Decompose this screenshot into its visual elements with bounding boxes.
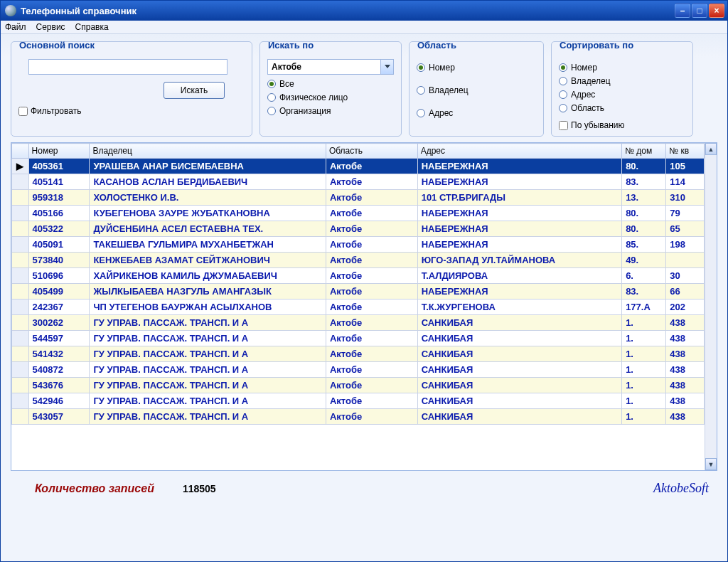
table-row[interactable]: 959318ХОЛОСТЕНКО И.В.Актобе101 СТР.БРИГА… <box>12 190 705 206</box>
cell-house: 1. <box>622 362 666 378</box>
group-sort: Сортировать по Номер Владелец Адрес Обла… <box>551 41 693 137</box>
col-owner[interactable]: Владелец <box>90 144 326 159</box>
radio-icon <box>559 104 567 112</box>
table-row[interactable]: 405091ТАКЕШЕВА ГУЛЬМИРА МУХАНБЕТЖАНАктоб… <box>12 237 705 253</box>
table-row[interactable]: 405166КУБЕГЕНОВА ЗАУРЕ ЖУБАТКАНОВНААктоб… <box>12 206 705 221</box>
row-indicator <box>12 221 29 237</box>
radio-organization[interactable]: Организация <box>267 106 394 116</box>
cell-apt: 438 <box>666 378 705 393</box>
group-legend: Область <box>415 40 459 51</box>
radio-icon <box>559 77 567 85</box>
table-row[interactable]: 242367ЧП УТЕГЕНОВ БАУРЖАН АСЫЛХАНОВАктоб… <box>12 299 705 315</box>
table-row[interactable]: 542946ГУ УПРАВ. ПАССАЖ. ТРАНСП. И ААктоб… <box>12 393 705 409</box>
radio-icon <box>417 63 425 72</box>
table-row[interactable]: ▶405361УРАШЕВА АНАР БИСЕМБАЕВНААктобеНАБ… <box>12 159 705 174</box>
radio-all[interactable]: Все <box>267 79 394 89</box>
controls-area: Основной поиск Искать Фильтровать Искать… <box>1 34 727 142</box>
app-window: Телефонный справочник – □ × Файл Сервис … <box>0 0 728 562</box>
row-indicator <box>12 253 29 268</box>
sort-radio-address[interactable]: Адрес <box>559 90 685 100</box>
table-row[interactable]: 405322ДУЙСЕНБИНА АСЕЛ ЕСТАЕВНА ТЕХ.Актоб… <box>12 221 705 237</box>
cell-region: Актобе <box>326 299 417 315</box>
menubar: Файл Сервис Справка <box>1 21 727 34</box>
cell-addr: САНКИБАЯ <box>417 331 621 346</box>
cell-house: 83. <box>622 284 666 299</box>
table-row[interactable]: 405141КАСАНОВ АСЛАН БЕРДИБАЕВИЧАктобеНАБ… <box>12 174 705 190</box>
cell-owner: ГУ УПРАВ. ПАССАЖ. ТРАНСП. И А <box>90 409 326 425</box>
cell-house: 49. <box>622 253 666 268</box>
cell-house: 1. <box>622 393 666 409</box>
titlebar[interactable]: Телефонный справочник – □ × <box>1 1 727 21</box>
col-apt[interactable]: № кв <box>666 144 705 159</box>
cell-house: 1. <box>622 315 666 331</box>
table-row[interactable]: 544597ГУ УПРАВ. ПАССАЖ. ТРАНСП. И ААктоб… <box>12 331 705 346</box>
menu-help[interactable]: Справка <box>75 22 109 32</box>
cell-num: 543057 <box>28 409 90 425</box>
records-count: 118505 <box>183 483 216 494</box>
row-indicator <box>12 299 29 315</box>
maximize-button[interactable]: □ <box>692 4 707 18</box>
sort-radio-number[interactable]: Номер <box>559 63 685 73</box>
cell-region: Актобе <box>326 174 417 190</box>
cell-num: 959318 <box>28 190 90 206</box>
menu-service[interactable]: Сервис <box>36 22 65 32</box>
close-button[interactable]: × <box>709 4 724 18</box>
table-row[interactable]: 573840КЕНЖЕБАЕВ АЗАМАТ СЕЙТЖАНОВИЧАктобе… <box>12 253 705 268</box>
cell-apt: 30 <box>666 268 705 284</box>
table-row[interactable]: 405499ЖЫЛКЫБАЕВА НАЗГУЛЬ АМАНГАЗЫКАктобе… <box>12 284 705 299</box>
minimize-button[interactable]: – <box>675 4 690 18</box>
cell-house: 80. <box>622 221 666 237</box>
vertical-scrollbar[interactable]: ▲ ▼ <box>705 143 717 470</box>
area-radio-owner[interactable]: Владелец <box>417 85 536 95</box>
group-legend: Искать по <box>266 40 316 51</box>
area-radio-number[interactable]: Номер <box>417 63 536 73</box>
area-radio-address[interactable]: Адрес <box>417 108 536 118</box>
region-combo[interactable]: Актобе <box>267 59 394 75</box>
radio-icon <box>559 90 567 99</box>
cell-apt: 114 <box>666 174 705 190</box>
table-row[interactable]: 540872ГУ УПРАВ. ПАССАЖ. ТРАНСП. И ААктоб… <box>12 362 705 378</box>
scroll-track[interactable] <box>705 155 717 458</box>
filter-checkbox[interactable] <box>18 107 28 116</box>
search-button[interactable]: Искать <box>164 82 225 99</box>
app-icon <box>5 5 16 16</box>
col-indicator[interactable] <box>12 144 29 159</box>
cell-apt: 438 <box>666 362 705 378</box>
row-indicator <box>12 206 29 221</box>
cell-region: Актобе <box>326 409 417 425</box>
cell-num: 543676 <box>28 378 90 393</box>
scroll-down-icon[interactable]: ▼ <box>705 458 717 470</box>
cell-num: 405499 <box>28 284 90 299</box>
cell-region: Актобе <box>326 378 417 393</box>
cell-num: 300262 <box>28 315 90 331</box>
cell-apt: 79 <box>666 206 705 221</box>
table-row[interactable]: 510696ХАЙРИКЕНОВ КАМИЛЬ ДЖУМАБАЕВИЧАктоб… <box>12 268 705 284</box>
col-address[interactable]: Адрес <box>417 144 621 159</box>
cell-house: 1. <box>622 331 666 346</box>
radio-individual[interactable]: Физическое лицо <box>267 92 394 102</box>
search-input[interactable] <box>28 59 228 75</box>
cell-apt: 438 <box>666 409 705 425</box>
table-row[interactable]: 543676ГУ УПРАВ. ПАССАЖ. ТРАНСП. И ААктоб… <box>12 378 705 393</box>
sort-radio-region[interactable]: Область <box>559 103 685 113</box>
cell-apt: 438 <box>666 346 705 362</box>
group-area: Область Номер Владелец Адрес <box>409 41 544 137</box>
radio-icon <box>417 86 425 95</box>
chevron-down-icon[interactable] <box>381 59 394 75</box>
table-row[interactable]: 300262ГУ УПРАВ. ПАССАЖ. ТРАНСП. И ААктоб… <box>12 315 705 331</box>
table-row[interactable]: 541432ГУ УПРАВ. ПАССАЖ. ТРАНСП. И ААктоб… <box>12 346 705 362</box>
sort-radio-owner[interactable]: Владелец <box>559 76 685 86</box>
col-region[interactable]: Область <box>326 144 417 159</box>
cell-num: 542946 <box>28 393 90 409</box>
scroll-up-icon[interactable]: ▲ <box>705 143 717 155</box>
menu-file[interactable]: Файл <box>5 22 26 32</box>
radio-icon <box>267 93 276 102</box>
col-number[interactable]: Номер <box>28 144 90 159</box>
desc-checkbox[interactable] <box>559 121 568 130</box>
cell-owner: КУБЕГЕНОВА ЗАУРЕ ЖУБАТКАНОВНА <box>90 206 326 221</box>
cell-owner: КАСАНОВ АСЛАН БЕРДИБАЕВИЧ <box>90 174 326 190</box>
col-house[interactable]: № дом <box>622 144 666 159</box>
cell-house: 85. <box>622 237 666 253</box>
table-row[interactable]: 543057ГУ УПРАВ. ПАССАЖ. ТРАНСП. И ААктоб… <box>12 409 705 425</box>
cell-apt: 202 <box>666 299 705 315</box>
